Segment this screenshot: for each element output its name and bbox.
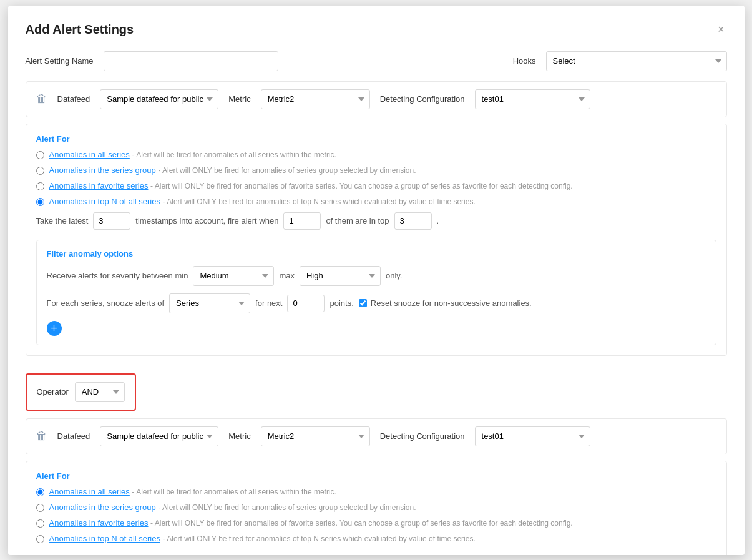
radio-all-series-desc-1: - Alert will be fired for anomalies of a… [132,150,336,159]
radio-top-n-1[interactable] [36,198,44,206]
block1-top-row: 🗑 Datafeed Sample datafeed for public Me… [26,81,727,117]
detecting-label-2: Detecting Configuration [380,431,465,441]
modal-title: Add Alert Settings [26,22,134,37]
radio-favorite-series-2[interactable] [36,519,44,528]
radio-top-n-label-2[interactable]: Anomalies in top N of all series - Alert… [49,534,476,543]
take-latest-input[interactable] [93,212,130,230]
radio-all-series-text-1: Anomalies in all series [49,150,130,159]
radio-top-n-label-1[interactable]: Anomalies in top N of all series - Alert… [49,197,476,206]
datafeed-select-2[interactable]: Sample datafeed for public [100,426,218,446]
modal: Add Alert Settings × Alert Setting Name … [8,6,745,555]
severity-max-select-1[interactable]: Low Medium High Critical [300,266,381,286]
filter-label-1: Filter anomaly options [47,249,706,258]
filter-section-1: Filter anomaly options Receive alerts fo… [36,240,716,345]
operator-label: Operator [37,387,69,396]
radio-series-group-text-1: Anomalies in the series group [49,165,156,175]
datafeed-label-1: Datafeed [57,94,90,104]
reset-snooze-checkbox-1[interactable] [359,299,367,307]
alert-setting-name-input[interactable] [104,51,278,71]
severity-label-1: Receive alerts for severity between min [47,271,188,280]
alert-for-card-2: Alert For Anomalies in all series - Aler… [26,461,727,555]
detecting-label-1: Detecting Configuration [380,94,465,104]
snooze-points-label-1: points. [330,298,353,308]
block1: 🗑 Datafeed Sample datafeed for public Me… [26,81,727,356]
take-latest-label: Take the latest [36,216,89,225]
block2: 🗑 Datafeed Sample datafeed for public Me… [26,418,727,555]
modal-header: Add Alert Settings × [26,21,727,39]
radio-series-group-label-2[interactable]: Anomalies in the series group - Alert wi… [49,503,416,512]
reset-snooze-text-1: Reset snooze for non-successive anomalie… [371,298,532,308]
radio-all-series-2[interactable] [36,488,44,496]
radio-all-series-label-2[interactable]: Anomalies in all series - Alert will be … [49,487,336,496]
radio-row-b2-1: Anomalies in all series - Alert will be … [36,487,716,496]
alert-for-card-1: Alert For Anomalies in all series - Aler… [26,124,727,356]
add-filter-button-1[interactable]: + [47,321,62,336]
radio-series-group-label-1[interactable]: Anomalies in the series group - Alert wi… [49,165,416,175]
severity-max-label-1: max [279,271,295,280]
fire-mid-label: of them are in top [326,216,389,225]
metric-label-1: Metric [228,94,250,104]
radio-top-n-text-2: Anomalies in top N of all series [49,534,160,543]
metric-label-2: Metric [228,431,250,441]
add-filter-row-1: + [47,321,706,336]
datafeed-select-1[interactable]: Sample datafeed for public [100,89,218,109]
timestamp-row-1: Take the latest timestamps into account,… [36,212,716,230]
operator-select[interactable]: AND OR [75,382,125,402]
snooze-label-1: For each series, snooze alerts of [47,298,165,308]
radio-top-n-desc-1: - Alert will ONLY be fired for anomalies… [163,197,476,206]
radio-series-group-2[interactable] [36,504,44,512]
top-n-input[interactable] [394,212,432,230]
radio-favorite-series-label-1[interactable]: Anomalies in favorite series - Alert wil… [49,181,573,190]
metric-select-1[interactable]: Metric2 [261,89,370,109]
close-button[interactable]: × [715,21,727,39]
hooks-select[interactable]: Select [546,51,727,71]
metric-select-2[interactable]: Metric2 [261,426,370,446]
alert-for-body-2: Anomalies in all series - Alert will be … [36,487,716,543]
alert-setting-name-label: Alert Setting Name [26,56,94,66]
radio-row-1: Anomalies in all series - Alert will be … [36,150,716,159]
radio-favorite-series-label-2[interactable]: Anomalies in favorite series - Alert wil… [49,518,573,528]
radio-row-b2-2: Anomalies in the series group - Alert wi… [36,503,716,512]
radio-favorite-series-desc-2: - Alert will ONLY be fired for anomalies… [150,519,573,528]
radio-top-n-desc-2: - Alert will ONLY be fired for anomalies… [163,534,476,543]
radio-favorite-series-text-1: Anomalies in favorite series [49,181,149,190]
severity-min-select-1[interactable]: Low Medium High Critical [193,266,274,286]
radio-all-series-label-1[interactable]: Anomalies in all series - Alert will be … [49,150,336,159]
detecting-select-1[interactable]: test01 [475,89,590,109]
for-next-label-1: for next [255,298,282,308]
severity-end-label-1: only. [386,271,403,280]
radio-all-series-1[interactable] [36,151,44,159]
alert-for-label-2: Alert For [36,471,70,481]
block2-top-row: 🗑 Datafeed Sample datafeed for public Me… [26,418,727,454]
fire-when-input[interactable] [283,212,321,230]
radio-top-n-2[interactable] [36,535,44,543]
radio-series-group-desc-2: - Alert will ONLY be fired for anomalies… [158,503,416,512]
alert-for-label-1: Alert For [36,134,70,144]
radio-favorite-series-desc-1: - Alert will ONLY be fired for anomalies… [150,182,573,190]
delete-icon-2[interactable]: 🗑 [36,430,47,443]
radio-row-4: Anomalies in top N of all series - Alert… [36,197,716,206]
header-form-row: Alert Setting Name Hooks Select [26,51,727,71]
top-end-label: . [437,216,439,225]
radio-all-series-desc-2: - Alert will be fired for anomalies of a… [132,488,336,496]
snooze-select-1[interactable]: Series Metric Datafeed [169,293,250,313]
hooks-label: Hooks [513,56,536,66]
operator-section: Operator AND OR [26,373,136,411]
severity-row-1: Receive alerts for severity between min … [47,266,706,286]
radio-row-b2-3: Anomalies in favorite series - Alert wil… [36,518,716,528]
radio-row-b2-4: Anomalies in top N of all series - Alert… [36,534,716,543]
radio-row-2: Anomalies in the series group - Alert wi… [36,165,716,175]
detecting-select-2[interactable]: test01 [475,426,590,446]
radio-favorite-series-1[interactable] [36,182,44,190]
snooze-row-1: For each series, snooze alerts of Series… [47,293,706,313]
radio-row-3: Anomalies in favorite series - Alert wil… [36,181,716,190]
radio-all-series-text-2: Anomalies in all series [49,487,130,496]
snooze-points-input-1[interactable] [287,295,325,312]
radio-favorite-series-text-2: Anomalies in favorite series [49,518,149,528]
radio-series-group-text-2: Anomalies in the series group [49,503,156,512]
radio-series-group-1[interactable] [36,167,44,175]
delete-icon-1[interactable]: 🗑 [36,92,47,106]
reset-snooze-label-1[interactable]: Reset snooze for non-successive anomalie… [359,298,532,308]
radio-series-group-desc-1: - Alert will ONLY be fired for anomalies… [158,166,416,175]
radio-top-n-text-1: Anomalies in top N of all series [49,197,160,206]
